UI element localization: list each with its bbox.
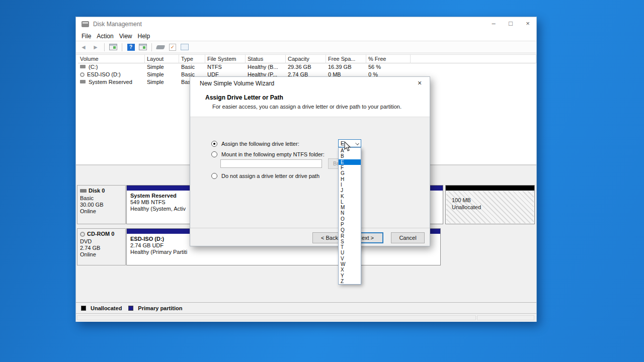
list-item[interactable]: X <box>339 267 361 273</box>
minimize-icon[interactable]: – <box>485 17 502 31</box>
column-header-layout[interactable]: Layout <box>145 55 179 63</box>
drive-letter-dropdown-list: A B E F G H I J K L M N O P Q R S T U V … <box>338 147 361 285</box>
toolbar-separator <box>151 43 152 51</box>
radio-button[interactable] <box>211 173 217 179</box>
list-item[interactable]: R <box>339 233 361 238</box>
menu-file[interactable]: File <box>82 33 91 40</box>
list-item[interactable]: S <box>339 239 361 244</box>
list-item[interactable]: G <box>339 170 361 176</box>
menu-view[interactable]: View <box>119 33 132 40</box>
menu-help[interactable]: Help <box>138 33 150 40</box>
back-icon[interactable]: ◄ <box>79 43 88 51</box>
radio-mount-ntfs-folder[interactable]: Mount in the following empty NTFS folder… <box>211 151 325 158</box>
media-console-icon[interactable] <box>138 43 147 51</box>
mouse-cursor <box>344 141 352 152</box>
list-item[interactable]: W <box>339 261 361 267</box>
status-bar <box>76 313 536 322</box>
list-item[interactable]: P <box>339 222 361 227</box>
unallocated-legend-swatch <box>81 306 86 311</box>
forward-icon[interactable]: ► <box>91 43 100 51</box>
column-header-pctfree[interactable]: % Free <box>366 55 411 63</box>
wizard-title-bar[interactable]: New Simple Volume Wizard × <box>190 77 430 90</box>
chevron-down-icon[interactable] <box>355 141 359 145</box>
close-icon[interactable]: × <box>519 17 536 31</box>
list-item[interactable]: T <box>339 244 361 250</box>
column-header-blank <box>411 55 536 63</box>
radio-assign-drive-letter[interactable]: Assign the following drive letter: <box>211 140 299 147</box>
wizard-header: Assign Drive Letter or Path For easier a… <box>190 90 430 117</box>
list-item[interactable]: N <box>339 210 361 216</box>
radio-button[interactable] <box>211 151 217 157</box>
list-item[interactable]: Z <box>339 279 361 284</box>
column-header-volume[interactable]: Volume <box>78 55 145 63</box>
list-item[interactable]: M <box>339 205 361 210</box>
column-header-filesystem[interactable]: File System <box>205 55 246 63</box>
column-header-capacity[interactable]: Capacity <box>286 55 326 63</box>
cancel-button[interactable]: Cancel <box>391 232 425 243</box>
list-item[interactable]: Y <box>339 273 361 279</box>
cdrom0-label[interactable]: CD-ROM 0 DVD 2.74 GB Online <box>77 228 126 265</box>
list-item[interactable]: F <box>339 165 361 170</box>
list-item[interactable]: J <box>339 188 361 193</box>
checklist-icon[interactable]: ✓ <box>168 43 177 51</box>
wizard-title: New Simple Volume Wizard <box>200 77 274 90</box>
list-item[interactable]: V <box>339 256 361 261</box>
unallocated-legend-label: Unallocated <box>91 305 122 311</box>
partition-unallocated[interactable]: 100 MB Unallocated <box>445 185 535 224</box>
list-item[interactable]: L <box>339 199 361 205</box>
title-bar[interactable]: Disk Management – □ × <box>76 17 536 31</box>
drive-icon <box>80 65 86 68</box>
pointer-tool-icon[interactable] <box>156 43 165 51</box>
list-item[interactable]: H <box>339 176 361 182</box>
properties-icon[interactable] <box>180 43 189 51</box>
console-icon[interactable] <box>109 43 118 51</box>
disk-management-icon <box>82 21 89 27</box>
help-icon[interactable]: ? <box>126 43 135 51</box>
list-item[interactable]: Q <box>339 227 361 233</box>
unallocated-bar <box>446 186 534 191</box>
wizard-close-icon[interactable]: × <box>414 78 425 88</box>
wizard-subheading: For easier access, you can assign a driv… <box>212 104 401 110</box>
column-header-status[interactable]: Status <box>246 55 286 63</box>
toolbar-separator <box>104 43 105 51</box>
disc-icon <box>80 72 85 77</box>
legend-bar: Unallocated Primary partition <box>76 302 536 313</box>
ntfs-folder-input[interactable] <box>220 159 322 168</box>
drive-icon <box>80 80 86 83</box>
radio-no-drive-letter[interactable]: Do not assign a drive letter or drive pa… <box>211 172 319 179</box>
maximize-icon[interactable]: □ <box>502 17 519 31</box>
new-simple-volume-wizard-dialog: New Simple Volume Wizard × Assign Drive … <box>190 76 430 246</box>
column-header-freespace[interactable]: Free Spa... <box>326 55 366 63</box>
footer-divider <box>190 228 430 228</box>
list-item[interactable]: K <box>339 193 361 199</box>
wizard-heading: Assign Drive Letter or Path <box>205 94 283 101</box>
primary-partition-legend-label: Primary partition <box>138 305 182 311</box>
radio-button-selected[interactable] <box>211 141 217 147</box>
window-title: Disk Management <box>93 17 142 31</box>
list-item-selected[interactable]: E <box>339 159 361 165</box>
column-header-type[interactable]: Type <box>179 55 205 63</box>
list-item[interactable]: I <box>339 182 361 188</box>
menu-bar: File Action View Help <box>76 31 536 41</box>
cdrom-icon <box>80 232 85 237</box>
list-item[interactable]: B <box>339 153 361 159</box>
disk0-label[interactable]: Disk 0 Basic 30.00 GB Online <box>77 185 126 224</box>
disk-icon <box>80 189 87 193</box>
list-item[interactable]: O <box>339 216 361 222</box>
menu-action[interactable]: Action <box>97 33 113 40</box>
primary-partition-legend-swatch <box>128 306 133 311</box>
desktop-background: Disk Management – □ × File Action View H… <box>0 0 644 362</box>
list-item[interactable]: U <box>339 250 361 255</box>
toolbar-separator <box>122 43 122 51</box>
toolbar: ◄ ► ? ✓ <box>76 41 536 53</box>
